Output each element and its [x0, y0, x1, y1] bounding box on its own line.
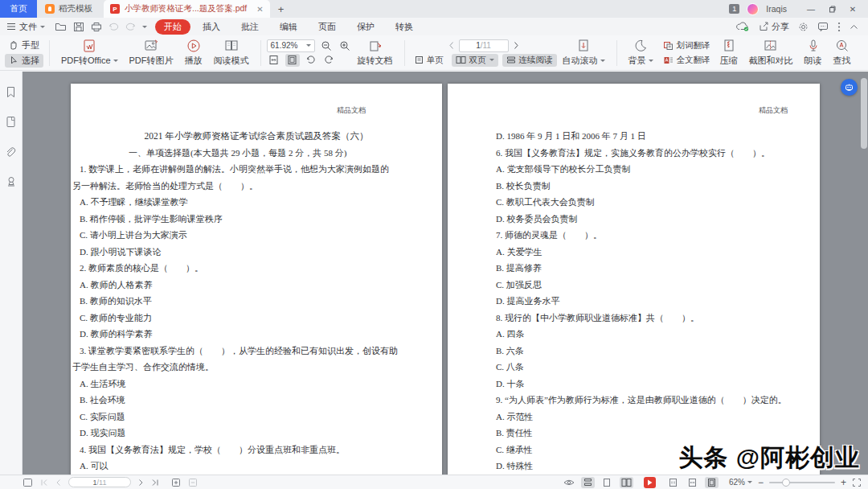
statusbar-fit-page-button[interactable] [705, 477, 719, 488]
fit-page-button[interactable] [285, 54, 300, 67]
zoom-in-button[interactable]: + [841, 477, 846, 488]
feedback-icon[interactable] [817, 22, 829, 31]
first-page-icon[interactable] [40, 479, 48, 487]
background-button[interactable]: 背景 [623, 37, 659, 68]
tab-docer[interactable]: 稻壳模板 [37, 0, 100, 18]
remove-bookmark-icon[interactable] [188, 478, 198, 487]
menu-tab-insert[interactable]: 插入 [194, 19, 229, 35]
sidebar-toggle-icon[interactable] [23, 478, 33, 487]
username-label[interactable]: Iraqis [766, 4, 787, 14]
user-avatar[interactable] [747, 3, 759, 15]
tab-document[interactable]: P 小学教师资格证考...题及答案.pdf ✕ [104, 0, 270, 18]
statusbar-continuous-button[interactable] [581, 477, 595, 488]
auto-scroll-button[interactable]: 自动滚动 [557, 37, 611, 68]
attachment-icon[interactable] [6, 146, 16, 158]
statusbar-page-input[interactable]: 1/11 [68, 477, 131, 487]
next-page-icon[interactable] [513, 41, 519, 50]
share-button[interactable]: 分享 [759, 21, 789, 33]
zoom-out-button[interactable] [319, 39, 334, 52]
previous-page-icon[interactable] [448, 41, 455, 50]
gear-icon[interactable] [798, 22, 809, 32]
fit-page-icon [287, 55, 297, 65]
cursor-icon [9, 55, 18, 65]
message-count-badge[interactable]: 1 [729, 4, 739, 14]
vertical-scrollbar-thumb[interactable] [861, 78, 867, 149]
redo-icon[interactable] [125, 23, 136, 31]
print-icon[interactable] [91, 22, 102, 32]
add-bookmark-icon[interactable] [171, 478, 181, 487]
double-page-button[interactable]: 双页 [452, 54, 498, 67]
actual-size-button[interactable] [666, 477, 680, 488]
pdf-page-left[interactable]: 精品文档 2021 年小学教师资格证考试综合素质试题及答案（六） 一、单项选择题… [71, 84, 442, 475]
continuous-read-button[interactable]: 连续阅读 [502, 54, 557, 67]
undo-icon[interactable] [108, 23, 119, 31]
tab-home[interactable]: 首页 [0, 0, 37, 18]
page-number-input[interactable]: 1/11 [459, 39, 509, 52]
zoom-out-button[interactable]: − [758, 477, 764, 488]
menu-tab-annotate[interactable]: 批注 [232, 19, 268, 35]
section-heading: 一、单项选择题(本大题共 29 小题，每题 2 分，共 58 分) [71, 145, 442, 162]
statusbar-double-page-button[interactable] [620, 477, 633, 488]
select-tool-button[interactable]: 选择 [5, 54, 43, 68]
statusbar-single-page-button[interactable] [600, 477, 614, 488]
continuous-read-icon [506, 55, 516, 64]
zoom-level-input[interactable]: 61.92% [267, 39, 315, 52]
new-tab-button[interactable]: + [270, 3, 293, 15]
menu-tab-page[interactable]: 页面 [309, 19, 345, 35]
stamp-icon[interactable] [6, 175, 17, 187]
menu-tab-edit[interactable]: 编辑 [271, 19, 306, 35]
zoom-slider-thumb[interactable] [782, 479, 790, 487]
fit-width-button[interactable] [267, 54, 281, 67]
statusbar-page-total: /11 [97, 479, 107, 487]
zoom-slider[interactable] [769, 482, 835, 483]
statusbar-fit-width-button[interactable] [686, 477, 699, 488]
rotate-document-button[interactable]: 旋转文档 [352, 37, 399, 68]
rotate-right-button[interactable] [322, 54, 337, 67]
continuous-read-label: 连续阅读 [519, 55, 553, 66]
pdf-page-right[interactable]: 精品文档 D. 1986 年 9 月 1 日和 2006 年 7 月 1 日6.… [448, 84, 820, 475]
find-button[interactable]: 查找 [828, 37, 857, 68]
statusbar-play-button[interactable] [644, 477, 656, 488]
play-slideshow-button[interactable]: 播放 [179, 37, 208, 68]
doc-text-line: B. 校长负责制 [448, 178, 820, 195]
eye-protect-icon[interactable] [563, 478, 575, 487]
save-icon[interactable] [73, 22, 84, 32]
screenshot-compare-label: 截图和对比 [749, 55, 793, 67]
menu-tab-convert[interactable]: 转换 [387, 19, 422, 35]
customize-toolbar-icon[interactable] [142, 26, 147, 28]
assistant-floating-button[interactable] [841, 79, 858, 96]
word-translate-button[interactable]: 划词翻译 [659, 39, 714, 52]
pdf-to-image-button[interactable]: PDF转图片 [124, 37, 179, 68]
bookmark-icon[interactable] [6, 86, 16, 98]
pdf-to-office-icon [81, 39, 97, 53]
last-page-icon[interactable] [151, 479, 159, 487]
previous-page-icon[interactable] [55, 479, 61, 487]
menu-tab-protect[interactable]: 保护 [348, 19, 383, 35]
pdf-to-office-button[interactable]: PDF转Office [55, 37, 124, 68]
tab-close-icon[interactable]: ✕ [256, 5, 263, 14]
more-options-icon[interactable] [837, 22, 841, 32]
statusbar-zoom-dropdown[interactable]: 62% [729, 478, 752, 487]
open-folder-icon[interactable] [55, 22, 67, 32]
single-page-button[interactable]: 单页 [411, 54, 448, 67]
close-button[interactable]: ✕ [842, 0, 863, 18]
collapse-ribbon-icon[interactable] [850, 24, 858, 30]
fullscreen-icon[interactable] [852, 478, 862, 487]
doc-text-line: B. 教师的知识水平 [71, 293, 442, 310]
zoom-in-button[interactable] [338, 39, 352, 52]
menu-tab-home[interactable]: 开始 [155, 19, 190, 35]
file-menu-button[interactable]: 文件 [6, 21, 45, 33]
read-mode-button[interactable]: 阅读模式 [208, 37, 255, 68]
screenshot-compare-button[interactable]: 截图和对比 [743, 37, 799, 68]
read-aloud-button[interactable]: 朗读 [799, 37, 828, 68]
thumbnails-icon[interactable] [6, 116, 16, 128]
full-translate-button[interactable]: 全文翻译 [659, 54, 714, 67]
rotate-left-button[interactable] [304, 54, 318, 67]
hand-tool-button[interactable]: 手型 [5, 39, 43, 52]
cloud-sync-icon[interactable] [736, 22, 750, 31]
next-page-icon[interactable] [138, 479, 144, 487]
minimize-button[interactable]: — [800, 0, 821, 18]
document-area: 精品文档 2021 年小学教师资格证考试综合素质试题及答案（六） 一、单项选择题… [0, 72, 868, 475]
compress-button[interactable]: 压缩 [714, 37, 743, 68]
restore-button[interactable] [821, 0, 842, 18]
